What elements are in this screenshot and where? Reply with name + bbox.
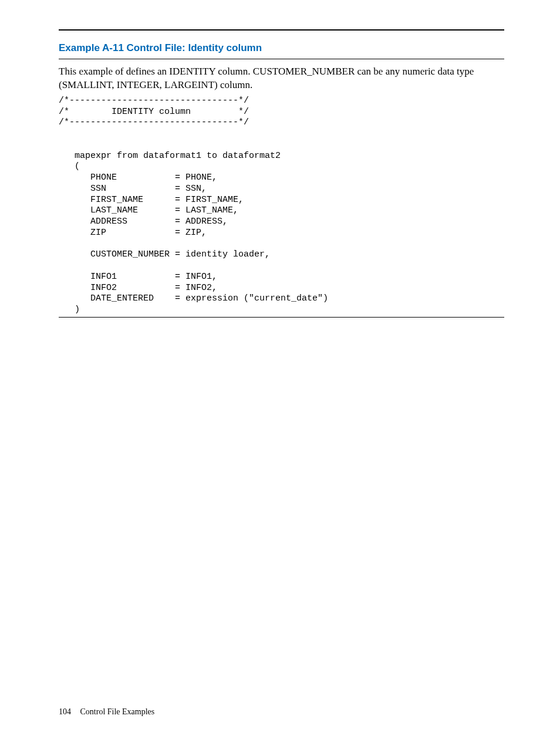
example-description: This example of defines an IDENTITY colu… <box>59 65 504 92</box>
title-horizontal-rule <box>59 59 504 59</box>
code-block: /*--------------------------------*/ /* … <box>59 96 504 316</box>
page-number: 104 <box>59 707 71 716</box>
top-horizontal-rule <box>59 29 504 31</box>
page-footer: 104 Control File Examples <box>59 707 154 717</box>
bottom-horizontal-rule <box>59 317 504 318</box>
section-title: Control File Examples <box>80 707 155 716</box>
example-title: Example A-11 Control File: Identity colu… <box>59 42 504 54</box>
